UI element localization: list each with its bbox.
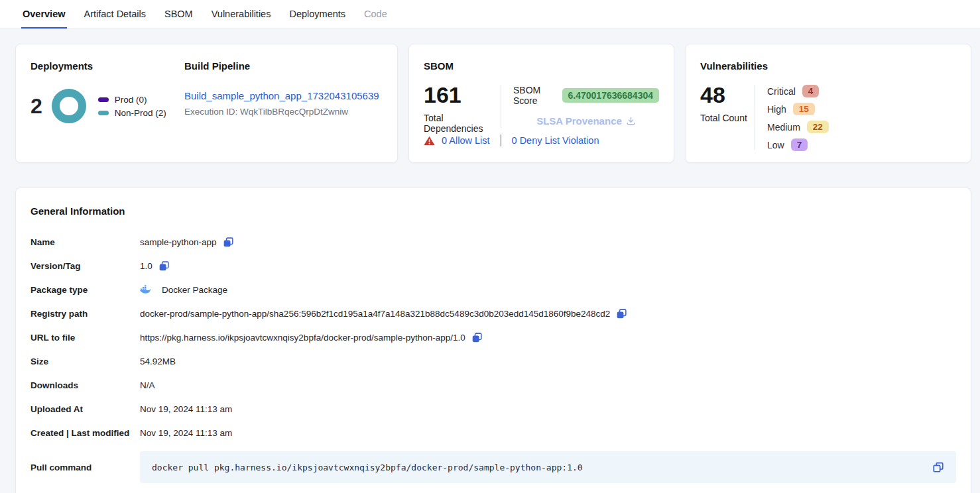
severity-critical-label: Critical [767, 86, 796, 97]
tab-bar: Overview Artifact Details SBOM Vulnerabi… [0, 0, 980, 29]
legend-prod-label: Prod (0) [115, 95, 147, 105]
severity-low-badge: 7 [791, 138, 808, 151]
sbom-total-count: 161 [424, 83, 501, 106]
execution-id-text: Execution ID: WqkTilbBRqecQrpDtZwniw [184, 107, 383, 117]
legend-item-nonprod: Non-Prod (2) [98, 108, 166, 118]
uploaded-at-label: Uploaded At [31, 404, 140, 414]
version-label: Version/Tag [31, 261, 140, 271]
severity-high-label: High [767, 104, 786, 115]
deny-list-link[interactable]: 0 Deny List Violation [512, 135, 599, 146]
copy-url-button[interactable] [471, 332, 483, 343]
severity-row-medium: Medium 22 [767, 121, 829, 133]
copy-name-button[interactable] [223, 237, 234, 248]
sbom-score-label: SBOM Score [513, 85, 557, 106]
deployments-legend: Prod (0) Non-Prod (2) [98, 91, 166, 121]
sbom-title: SBOM [424, 60, 659, 72]
tab-vulnerabilities[interactable]: Vulnerabilities [210, 0, 273, 28]
nonprod-swatch-icon [98, 111, 109, 115]
severity-medium-badge: 22 [807, 121, 829, 133]
copy-pull-command-button[interactable] [932, 461, 944, 473]
sbom-divider [501, 85, 501, 128]
sbom-score-section: SBOM Score 6.470017636684304 SLSA Proven… [513, 83, 659, 135]
version-value: 1.0 [140, 261, 153, 271]
row-package-type: Package type Docker Package [31, 278, 956, 301]
name-label: Name [31, 237, 140, 247]
legend-item-prod: Prod (0) [98, 95, 166, 105]
size-label: Size [31, 356, 140, 366]
docker-whale-icon [140, 285, 151, 294]
tab-sbom-label: SBOM [164, 9, 193, 19]
slsa-row: SLSA Provenance [513, 115, 659, 127]
vulnerabilities-body: 48 Total Count Critical 4 High 15 Medium… [700, 83, 956, 156]
row-created-modified: Created | Last modified Nov 19, 2024 11:… [31, 421, 956, 445]
tab-overview[interactable]: Overview [21, 0, 67, 28]
general-information-title: General Information [31, 205, 956, 217]
copy-registry-path-button[interactable] [616, 308, 627, 319]
severity-row-high: High 15 [767, 103, 829, 115]
vulnerabilities-divider [755, 85, 755, 150]
tab-sbom[interactable]: SBOM [163, 0, 194, 28]
tab-deployments[interactable]: Deployments [288, 0, 347, 28]
created-modified-value: Nov 19, 2024 11:13 am [140, 428, 232, 438]
name-value: sample-python-app [140, 237, 217, 247]
copy-version-button[interactable] [158, 260, 170, 272]
policy-links-divider [501, 135, 501, 146]
summary-cards-row: Deployments 2 Prod (0) Non-Prod (2) Buil… [0, 29, 980, 163]
tab-overview-label: Overview [23, 9, 66, 19]
row-url-to-file: URL to file https://pkg.harness.io/ikpsj… [31, 325, 956, 349]
deployments-card: Deployments 2 Prod (0) Non-Prod (2) Buil… [15, 44, 398, 163]
downloads-label: Downloads [31, 380, 140, 390]
registry-path-label: Registry path [31, 309, 140, 319]
tab-vulnerabilities-label: Vulnerabilities [212, 9, 271, 19]
row-registry-path: Registry path docker-prod/sample-python-… [31, 301, 956, 325]
pull-command-label: Pull command [31, 463, 140, 472]
tab-artifact-details[interactable]: Artifact Details [83, 0, 147, 28]
created-modified-label: Created | Last modified [31, 428, 140, 438]
sbom-card: SBOM 161 Total Dependencies SBOM Score 6… [408, 44, 674, 163]
vulnerabilities-totals: 48 Total Count [700, 83, 755, 156]
download-icon[interactable] [626, 116, 636, 126]
deployments-donut-chart [52, 89, 86, 123]
uploaded-at-value: Nov 19, 2024 11:13 am [140, 404, 232, 414]
row-version: Version/Tag 1.0 [31, 254, 956, 278]
registry-path-value: docker-prod/sample-python-app/sha256:596… [140, 309, 610, 319]
severity-high-badge: 15 [793, 103, 815, 115]
tab-artifact-details-label: Artifact Details [84, 9, 146, 19]
url-to-file-value: https://pkg.harness.io/ikpsjoavtcwxnqisy… [140, 333, 465, 343]
deployments-title: Deployments [31, 60, 184, 72]
pull-command-box: docker pull pkg.harness.io/ikpsjoavtcwxn… [140, 451, 956, 483]
vulnerabilities-total-label: Total Count [700, 113, 755, 123]
pull-command-value: docker pull pkg.harness.io/ikpsjoavtcwxn… [152, 463, 583, 472]
deployments-section: Deployments 2 Prod (0) Non-Prod (2) [31, 60, 184, 146]
row-pull-command: Pull command docker pull pkg.harness.io/… [31, 451, 956, 483]
legend-nonprod-label: Non-Prod (2) [115, 108, 166, 118]
tab-code: Code [363, 0, 389, 28]
sbom-mid-section: 161 Total Dependencies SBOM Score 6.4700… [424, 83, 659, 135]
severity-medium-label: Medium [767, 122, 800, 133]
package-type-value: Docker Package [162, 285, 227, 295]
tab-code-label: Code [364, 9, 387, 19]
slsa-provenance-link[interactable]: SLSA Provenance [536, 115, 622, 127]
row-name: Name sample-python-app [31, 230, 956, 254]
build-pipeline-section: Build Pipeline Build_sample_python_app_1… [184, 60, 383, 146]
sbom-score-row: SBOM Score 6.470017636684304 [513, 85, 659, 106]
severity-low-label: Low [767, 140, 784, 150]
severity-list: Critical 4 High 15 Medium 22 Low 7 [767, 83, 829, 156]
severity-critical-badge: 4 [802, 85, 820, 97]
sbom-policy-row: 0 Allow List 0 Deny List Violation [424, 135, 659, 146]
row-downloads: Downloads N/A [31, 373, 956, 397]
sbom-score-badge: 6.470017636684304 [562, 88, 659, 103]
row-size: Size 54.92MB [31, 349, 956, 373]
vulnerabilities-card: Vulnerabilities 48 Total Count Critical … [685, 44, 971, 163]
package-type-label: Package type [31, 285, 140, 295]
build-pipeline-link[interactable]: Build_sample_python_app_1732043105639 [184, 90, 379, 101]
url-to-file-label: URL to file [31, 333, 140, 343]
warning-triangle-icon [424, 136, 435, 146]
deployments-body: 2 Prod (0) Non-Prod (2) [31, 89, 184, 123]
allow-list-link[interactable]: 0 Allow List [442, 135, 490, 146]
vulnerabilities-title: Vulnerabilities [700, 60, 956, 72]
row-uploaded-at: Uploaded At Nov 19, 2024 11:13 am [31, 397, 956, 421]
vulnerabilities-total-count: 48 [700, 83, 755, 106]
severity-row-critical: Critical 4 [767, 85, 829, 97]
severity-row-low: Low 7 [767, 138, 829, 151]
